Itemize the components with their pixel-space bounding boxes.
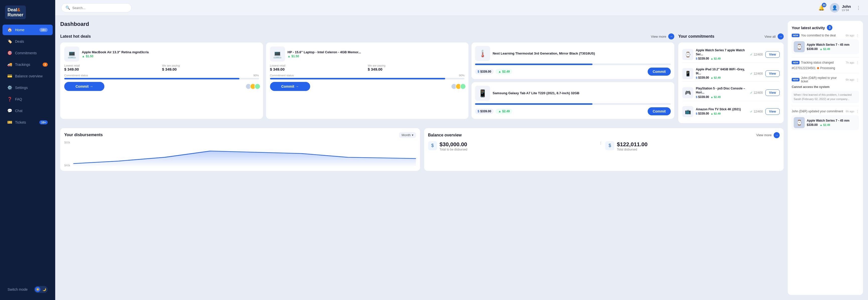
commitment-3-image: 🎮 (682, 87, 693, 98)
deal-1-progress-bar (64, 78, 259, 79)
commitment-1-count: ✓ 12/400 (750, 53, 763, 56)
deal-1-title: Apple MacBook Air 13.3" Retina mgnd3cr/a (82, 50, 149, 55)
commitment-3-info: PlayStation 5 - ps5 Disc Console – Hori.… (696, 87, 748, 99)
commitment-1-view-button[interactable]: View (765, 51, 780, 58)
settings-icon: ⚙️ (7, 85, 12, 90)
deal-4-price-tag: $ $339.00 (475, 109, 494, 114)
deal-4-commit-button[interactable]: Commit (648, 107, 671, 115)
activity-item-1-new-badge: NEW (792, 34, 800, 37)
commitments-view-all-text[interactable]: View all (764, 35, 776, 38)
deal-1-image: 💻 (64, 47, 79, 61)
balance-view-more-text[interactable]: View more (756, 133, 772, 137)
balance-label-1: Total to be disbursed (440, 148, 467, 151)
logo: Deal& Runner (0, 0, 55, 24)
sidebar-item-home[interactable]: 🏠 Home 10+ (2, 25, 53, 35)
nested-deals-column: 🌡️ Nest Learning Thermostat 3rd Generati… (471, 43, 674, 119)
search-box[interactable]: 🔍 (61, 3, 131, 12)
activity-item-1-product: ⌚ Apple Watch Series 7 - 45 mm $339.00 ▲… (792, 39, 859, 54)
activity-item-1-product-name: Apple Watch Series 7 - 45 mm (807, 43, 849, 47)
activity-item-3: NEW John (D&R) replied to your ticket 6h… (792, 76, 859, 106)
commitments-view-all-btn[interactable]: → (778, 33, 784, 39)
user-info: 👤 John LV 04 (830, 3, 851, 12)
sidebar-item-balance-label: Balance overview (15, 74, 43, 78)
more-menu-button[interactable]: ⋮ (855, 4, 862, 11)
dark-mode-btn[interactable]: 🌙 (41, 287, 47, 292)
commitment-1-image: ⌚ (682, 49, 693, 60)
commitment-3-view-button[interactable]: View (765, 89, 780, 96)
deal-2-commit-button[interactable]: Commit → (270, 82, 310, 91)
activity-item-4-desc: John (D&R) updated your commitment (792, 110, 844, 113)
deal-1-retail-price: $ 349.00 (64, 67, 161, 71)
activity-item-2-tracking-id: #C270122234501 (792, 66, 815, 70)
activity-item-4-more[interactable]: ⋮ (856, 109, 859, 113)
deal-3-savings-tag: ▲ $2.49 (496, 69, 512, 74)
deal-1-action-row: Commit → (64, 82, 259, 91)
sidebar-item-chat[interactable]: 💬 Chat (2, 106, 53, 116)
deal-1-avatars (245, 83, 259, 89)
deal-card-2: 💻 HP - 15.6" Laptop - Intel Celeron - 4G… (266, 43, 469, 119)
sidebar-item-balance[interactable]: 💳 Balance overview (2, 71, 53, 81)
commitment-3-price: $ $339.00 ▲ $2.49 (696, 95, 748, 99)
balance-grid: $ $30,000.00 Total to be disbursed ⋮ $ $… (428, 141, 780, 151)
activity-item-1-savings: ▲ $2.49 (819, 48, 830, 51)
hot-deals-view-more-btn[interactable]: → (668, 33, 674, 39)
hot-deals-view-more-text[interactable]: View more (651, 35, 666, 38)
commitment-row-4: 📺 Amazon Fire TV Stick 4K (2021) $ $339.… (682, 104, 780, 119)
dollar-icon-2: $ (605, 141, 614, 150)
deals-commitments-row: Latest hot deals View more → 💻 (60, 33, 784, 123)
activity-item-4: John (D&R) updated your commitment 6h ag… (792, 109, 859, 133)
activity-item-4-price: $339.00 (807, 123, 817, 127)
commitment-4-view-button[interactable]: View (765, 108, 780, 115)
logo-amp: & (17, 7, 20, 12)
sidebar-item-commitments[interactable]: 🎯 Commitments (2, 48, 53, 58)
content-area: Dashboard Latest hot deals View more → (55, 16, 868, 300)
balance-icon: 💳 (7, 74, 12, 78)
deal-1-progress-fill (64, 78, 239, 79)
user-level: LV 04 (842, 8, 851, 11)
sidebar-item-deals[interactable]: 🏷️ Deals (2, 36, 53, 47)
month-label: Month (402, 133, 410, 137)
deal-card-4: 📱 Samsung Galaxy Tab A7 Lite T220 (2021,… (471, 82, 674, 119)
activity-item-2: NEW Tracking status changed 7h ago ⋮ #C2… (792, 60, 859, 73)
balance-item-1-more[interactable]: ⋮ (599, 141, 602, 145)
deal-card-2-header: 💻 HP - 15.6" Laptop - Intel Celeron - 4G… (270, 47, 465, 61)
switch-mode[interactable]: Switch mode ☀️ 🌙 (2, 283, 53, 296)
balance-view-more-wrap: View more → (756, 132, 780, 138)
activity-item-4-savings: ▲ $2.49 (819, 124, 830, 127)
sidebar-item-trackings[interactable]: 🚚 Trackings 3 (2, 59, 53, 70)
activity-panel: Your latest activity 3 NEW You committed… (788, 21, 863, 295)
sidebar-item-tickets[interactable]: 🎫 Tickets 10+ (2, 117, 53, 128)
disbursements-title: Your disbursements (64, 133, 103, 137)
commitments-view-all-wrap: View all → (764, 33, 784, 39)
balance-label-2: Total disbursed (617, 148, 647, 151)
page-title: Dashboard (60, 21, 784, 27)
month-selector[interactable]: Month ▾ (399, 132, 416, 138)
deal-4-image: 📱 (475, 86, 490, 101)
activity-item-3-new-badge: NEW (792, 78, 800, 81)
sidebar-item-faq[interactable]: ❓ FAQ (2, 94, 53, 105)
deal-2-action-row: Commit → (270, 82, 465, 91)
bottom-row: Your disbursements Month ▾ $60k $40k (60, 128, 784, 171)
activity-item-1-more[interactable]: ⋮ (856, 33, 859, 37)
notifications-button[interactable]: 🔔 30 (817, 3, 826, 12)
commitment-2-view-button[interactable]: View (765, 70, 780, 77)
search-input[interactable] (72, 6, 127, 10)
deal-card-3: 🌡️ Nest Learning Thermostat 3rd Generati… (471, 43, 674, 79)
chart-label-60k: $60k (64, 141, 70, 144)
activity-item-3-more[interactable]: ⋮ (856, 78, 859, 82)
activity-title: Your latest activity (792, 26, 825, 30)
activity-item-1-desc: You committed to the deal (801, 34, 844, 37)
deal-3-commit-button[interactable]: Commit (648, 67, 671, 76)
dashboard-main: Dashboard Latest hot deals View more → (60, 21, 784, 295)
light-mode-btn[interactable]: ☀️ (35, 287, 40, 292)
activity-item-2-more[interactable]: ⋮ (856, 60, 859, 64)
deal-1-progress-label: Commitment status (64, 74, 88, 77)
sidebar-item-settings[interactable]: ⚙️ Settings (2, 82, 53, 93)
deal-1-commit-button[interactable]: Commit → (64, 82, 104, 91)
activity-header: Your latest activity 3 (792, 25, 859, 30)
deal-3-image: 🌡️ (475, 46, 490, 61)
disbursements-header: Your disbursements Month ▾ (64, 132, 416, 138)
header: 🔍 🔔 30 👤 John LV 04 ⋮ (55, 0, 868, 16)
balance-view-more-btn[interactable]: → (774, 132, 780, 138)
deal-2-paying-label: We are paying (368, 64, 464, 67)
